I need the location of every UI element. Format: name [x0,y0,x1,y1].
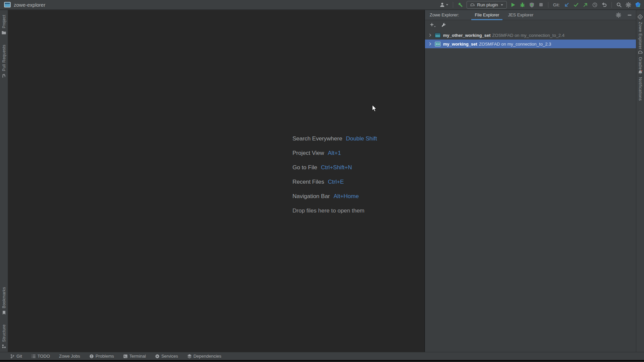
toolbar-separator [548,2,548,8]
working-set-icon: 010 [435,42,441,47]
bookmark-icon [2,310,6,315]
shortcut-row: Drop files here to open them [292,203,377,218]
shortcut-keys: Double Shift [346,135,377,142]
sidebar-item-label: Pull Requests [2,45,6,71]
right-tool-stripe: Z Zowe Explorer Gradle Notifications [636,10,644,352]
add-working-set-button[interactable] [429,22,436,27]
bell-icon [638,70,643,75]
tool-window-title: Zowe Explorer: [430,12,459,17]
shortcut-keys: Alt+1 [328,150,341,157]
sidebar-item-notifications[interactable]: Notifications [638,70,643,101]
statusbar-item-zowe-jobs[interactable]: Zowe Jobs [59,354,80,359]
editor-area: Search Everywhere Double Shift Project V… [8,10,424,352]
statusbar-item-todo[interactable]: TODO [31,354,50,359]
run-button[interactable] [510,2,516,8]
tab-jes-explorer[interactable]: JES Explorer [503,10,538,20]
working-set-detail: ZOSMFAD on my_connection_to_2.4 [492,33,565,38]
git-commit-button[interactable] [573,2,579,8]
sidebar-item-label: Gradle [638,57,643,70]
gear-icon [626,2,631,8]
sidebar-item-label: Structure [2,324,6,342]
window-icon [4,2,11,8]
pull-request-icon [1,73,6,78]
sidebar-item-project[interactable]: Project [1,15,6,35]
history-clock-button[interactable] [592,2,598,8]
toolbar-separator [611,2,612,8]
bottom-black-strip [0,360,644,361]
chevron-down-icon [434,25,436,27]
shortcut-keys: Ctrl+Shift+N [321,164,352,171]
shortcut-label: Search Everywhere [292,135,342,142]
sidebar-item-label: Notifications [638,77,643,101]
sidebar-item-pull-requests[interactable]: Pull Requests [1,45,6,78]
shortcut-keys: Ctrl+E [328,179,344,185]
sidebar-item-zowe-explorer[interactable]: Z Zowe Explorer [637,14,643,50]
run-with-coverage-button[interactable] [529,2,535,8]
git-branch-icon [10,354,15,359]
chevron-down-icon [446,3,448,6]
git-label: Git: [553,2,560,7]
edit-settings-wrench-button[interactable] [441,22,446,27]
gradle-icon [638,50,643,55]
stop-button[interactable] [538,2,544,8]
debug-button[interactable] [519,2,526,8]
empty-editor-shortcuts: Search Everywhere Double Shift Project V… [292,131,377,218]
tool-window-hide-button[interactable] [627,13,632,17]
shortcut-label: Recent Files [292,179,324,185]
git-push-button[interactable] [582,2,589,8]
tab-file-explorer[interactable]: File Explorer [470,10,503,20]
user-accounts-button[interactable] [439,2,449,8]
profile-avatar[interactable] [635,1,641,8]
search-everywhere-button[interactable] [616,2,622,8]
tool-window-toolbar [425,20,636,30]
run-configuration-label: Run plugin [477,2,498,7]
todo-list-icon [31,354,36,359]
working-set-name: my_other_working_set [443,33,491,38]
statusbar-item-terminal[interactable]: Terminal [123,354,146,359]
window-title: zowe-explorer [14,2,45,8]
wrench-icon [441,22,446,27]
main-toolbar: Run plugin Git: [439,1,641,9]
shortcut-label: Project View [292,150,324,157]
zowe-explorer-tool-window: Zowe Explorer: File Explorer JES Explore… [424,10,636,352]
chevron-right-icon [428,42,432,46]
statusbar-item-git[interactable]: Git [10,354,22,359]
rollback-undo-button[interactable] [601,2,607,8]
gradle-icon [470,2,475,7]
tool-window-header: Zowe Explorer: File Explorer JES Explore… [425,10,636,20]
working-set-icon [435,33,441,38]
problems-icon [89,354,94,359]
services-icon [155,354,160,359]
statusbar-item-dependencies[interactable]: Dependencies [187,354,221,359]
shortcut-row: Project View Alt+1 [292,146,377,160]
sidebar-item-label: Zowe Explorer [638,22,643,50]
git-update-button[interactable] [564,2,570,8]
tree-row-other-working-set[interactable]: my_other_working_set ZOSMFAD on my_conne… [425,31,636,40]
shortcut-row: Search Everywhere Double Shift [292,131,377,146]
search-icon [616,2,622,8]
terminal-icon [123,354,128,359]
settings-button[interactable] [625,2,632,8]
minimize-icon [627,13,632,17]
drop-files-hint: Drop files here to open them [292,207,365,214]
working-set-name: my_working_set [443,42,477,47]
tool-window-settings-button[interactable] [616,12,621,18]
sidebar-item-gradle[interactable]: Gradle [638,50,643,70]
svg-text:Z: Z [639,15,641,18]
gear-icon [616,12,621,18]
statusbar-item-problems[interactable]: Problems [89,354,114,359]
build-hammer-button[interactable] [457,2,464,8]
title-bar: zowe-explorer Run plugin [0,0,644,10]
shortcut-row: Recent Files Ctrl+E [292,175,377,189]
svg-text:010: 010 [436,43,440,46]
shortcut-label: Go to File [292,164,317,171]
run-configuration-select[interactable]: Run plugin [467,1,507,9]
statusbar-item-services[interactable]: Services [155,354,178,359]
tree-row-working-set[interactable]: 010 my_working_set ZOSMFAD on my_connect… [425,40,636,48]
sidebar-item-bookmarks[interactable]: Bookmarks [2,287,6,315]
dependencies-layers-icon [187,354,192,359]
sidebar-item-structure[interactable]: Structure [2,324,6,349]
sidebar-item-label: Bookmarks [2,287,6,308]
structure-icon [2,344,6,349]
chevron-right-icon [428,33,432,38]
